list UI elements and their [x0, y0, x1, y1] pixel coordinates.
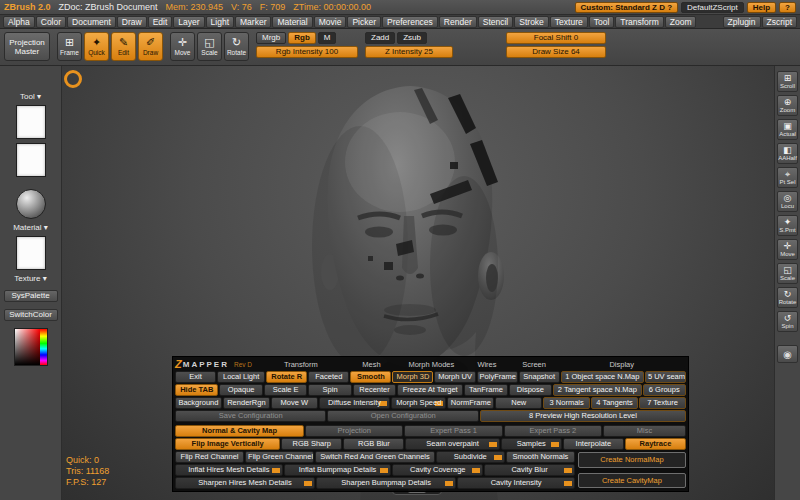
shelf-button[interactable]: ↺ Spin [777, 311, 798, 332]
tab-projection[interactable]: Projection [305, 425, 403, 437]
exit-button[interactable]: Exit [175, 371, 216, 383]
tool-thumbnail[interactable] [16, 105, 46, 139]
menu-item[interactable]: Zplugin [723, 16, 761, 28]
shelf-button[interactable]: ⌖ Pt Sel [777, 167, 798, 188]
shelf-button[interactable]: ⊞ Scroll [777, 71, 798, 92]
cavity-coverage-slider[interactable]: Cavity Coverage [392, 464, 483, 476]
hide-tab-button[interactable]: Hide TAB [175, 384, 218, 396]
shelf-button[interactable]: ◱ Scale [777, 263, 798, 284]
color-picker[interactable] [14, 328, 48, 366]
local-light-button[interactable]: Local Light [217, 371, 265, 383]
normframe-button[interactable]: NormFrame [447, 397, 494, 409]
opaque-button[interactable]: Opaque [219, 384, 262, 396]
flip-green-channel-button[interactable]: Flip Green Channel [245, 451, 314, 463]
menu-item[interactable]: Texture [550, 16, 588, 28]
renderrgn-button[interactable]: RenderRgn [223, 397, 270, 409]
menu-item[interactable]: Draw [117, 16, 147, 28]
shelf-button[interactable]: ✦ S.Pmt [777, 215, 798, 236]
shelf-button[interactable]: ◎ Locu [777, 191, 798, 212]
tab-expert-pass-2[interactable]: Expert Pass 2 [504, 425, 602, 437]
tab-normal-cavity-map[interactable]: Normal & Cavity Map [175, 425, 304, 437]
zsub-button[interactable]: Zsub [397, 32, 427, 44]
snapshot-button[interactable]: Snapshot [519, 371, 560, 383]
create-normalmap-button[interactable]: Create NormalMap [578, 452, 686, 468]
morph-uv-button[interactable]: Morph UV [434, 371, 475, 383]
tab-misc[interactable]: Misc [603, 425, 686, 437]
shelf-button[interactable]: ◧ AAHalf [777, 143, 798, 164]
rotate-button[interactable]: ↻ Rotate [224, 32, 249, 61]
subdivide-slider[interactable]: Subdivide [436, 451, 505, 463]
frame-button[interactable]: ⊞ Frame [57, 32, 82, 61]
uv-seams-button[interactable]: 5 UV seams [645, 371, 686, 383]
inflat-hires-details-slider[interactable]: Inflat Hires Mesh Details [175, 464, 283, 476]
tanframe-button[interactable]: TanFrame [464, 384, 507, 396]
focal-shift-slider[interactable]: Focal Shift 0 [506, 32, 606, 44]
projection-master-button[interactable]: Projection Master [4, 32, 50, 61]
smooth-button[interactable]: Smooth [350, 371, 391, 383]
cavity-blur-slider[interactable]: Cavity Blur [484, 464, 575, 476]
freeze-at-target-button[interactable]: Freeze At Target [397, 384, 463, 396]
flip-image-vertically-button[interactable]: Flip Image Vertically [175, 438, 280, 450]
tangent-space-nmap-button[interactable]: 2 Tangent space N.Map [553, 384, 641, 396]
new-button[interactable]: New [495, 397, 542, 409]
move-mode-button[interactable]: Move W [271, 397, 318, 409]
rgb-button[interactable]: Rgb [288, 32, 316, 44]
menu-item[interactable]: Material [272, 16, 312, 28]
object-space-nmap-button[interactable]: 1 Object space N.Map [561, 371, 644, 383]
inflat-bumpmap-details-slider[interactable]: Inflat Bumpmap Details [284, 464, 392, 476]
polyframe-button[interactable]: PolyFrame [477, 371, 518, 383]
menu-item[interactable]: Stencil [478, 16, 514, 28]
faceted-button[interactable]: Faceted [308, 371, 349, 383]
tangents-button[interactable]: 4 Tangents [591, 397, 638, 409]
material-sphere[interactable] [16, 189, 46, 219]
brush-thumbnail[interactable] [16, 143, 46, 177]
menu-item[interactable]: Zoom [665, 16, 697, 28]
morph-speed-slider[interactable]: Morph Speed [391, 397, 446, 409]
rgb-intensity-slider[interactable]: Rgb Intensity 100 [256, 46, 358, 58]
normals-button[interactable]: 3 Normals [543, 397, 590, 409]
custom-ui-group[interactable]: Custom: Standard Z D ? [575, 2, 679, 13]
shelf-button[interactable]: ▣ Actual [777, 119, 798, 140]
switch-red-green-button[interactable]: Switch Red And Green Channels [315, 451, 435, 463]
menu-item[interactable]: Stroke [514, 16, 549, 28]
rotate-mode-button[interactable]: Rotate R [266, 371, 307, 383]
color-gradient[interactable] [15, 329, 40, 365]
shelf-button[interactable]: ✛ Move [777, 239, 798, 260]
menu-item[interactable]: Picker [347, 16, 381, 28]
menu-item[interactable]: Transform [615, 16, 663, 28]
menu-item[interactable]: Edit [148, 16, 173, 28]
zadd-button[interactable]: Zadd [365, 32, 395, 44]
m-button[interactable]: M [318, 32, 337, 44]
move-button[interactable]: ✛ Move [170, 32, 195, 61]
recenter-button[interactable]: Recenter [353, 384, 396, 396]
quick-button[interactable]: ✦ Quick [84, 32, 109, 61]
edit-button[interactable]: ✎ Edit [111, 32, 136, 61]
material-label[interactable]: Material ▾ [13, 223, 48, 232]
sharpen-hires-details-slider[interactable]: Sharpen Hires Mesh Details [175, 477, 315, 489]
cavity-intensity-slider[interactable]: Cavity Intensity [457, 477, 575, 489]
seam-overpaint-slider[interactable]: Seam overpaint [405, 438, 499, 450]
rgb-blur-button[interactable]: RGB Blur [343, 438, 404, 450]
menu-item[interactable]: Tool [589, 16, 615, 28]
menu-item[interactable]: Light [206, 16, 234, 28]
diffuse-intensity-slider[interactable]: Diffuse Intensity [319, 397, 390, 409]
menu-item[interactable]: Document [67, 16, 116, 28]
samples-slider[interactable]: Samples [501, 438, 562, 450]
texture-display-button[interactable]: 7 Texture [639, 397, 686, 409]
menu-item[interactable]: Movie [314, 16, 347, 28]
groups-button[interactable]: 6 Groups [643, 384, 686, 396]
raytrace-button[interactable]: Raytrace [625, 438, 686, 450]
interpolate-button[interactable]: Interpolate [563, 438, 624, 450]
smooth-normals-button[interactable]: Smooth Normals [506, 451, 575, 463]
menu-item[interactable]: Color [36, 16, 66, 28]
question-button[interactable]: ? [779, 2, 796, 13]
shelf-button[interactable]: ↻ Rotate [777, 287, 798, 308]
scale-mode-button[interactable]: Scale E [264, 384, 307, 396]
default-zscript-button[interactable]: DefaultZScript [681, 2, 744, 13]
switchcolor-button[interactable]: SwitchColor [4, 309, 58, 321]
z-intensity-slider[interactable]: Z Intensity 25 [365, 46, 453, 58]
help-button[interactable]: Help [747, 2, 776, 13]
tool-label[interactable]: Tool ▾ [20, 92, 41, 101]
menu-item[interactable]: Layer [173, 16, 204, 28]
dispose-button[interactable]: Dispose [509, 384, 552, 396]
